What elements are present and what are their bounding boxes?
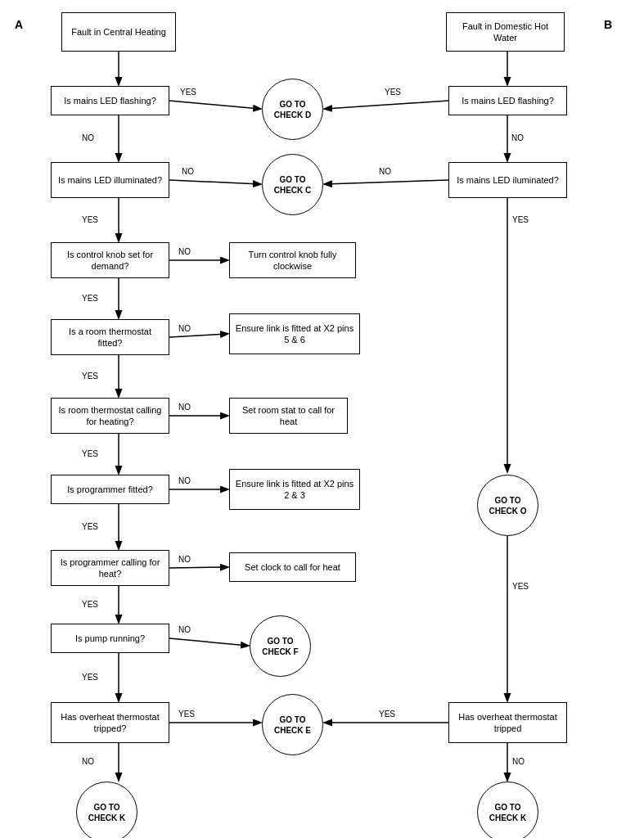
svg-text:NO: NO bbox=[82, 133, 94, 142]
svg-text:NO: NO bbox=[182, 167, 194, 176]
svg-text:YES: YES bbox=[82, 522, 98, 531]
svg-line-34 bbox=[169, 567, 227, 568]
svg-text:YES: YES bbox=[385, 88, 401, 97]
svg-text:NO: NO bbox=[82, 757, 94, 766]
turn-clockwise-box: Turn control knob fully clockwise bbox=[229, 242, 356, 278]
check-e-circle: GO TO CHECK E bbox=[262, 694, 323, 755]
svg-text:YES: YES bbox=[379, 710, 395, 719]
svg-text:NO: NO bbox=[178, 476, 191, 485]
svg-text:YES: YES bbox=[512, 582, 529, 591]
svg-text:YES: YES bbox=[512, 215, 529, 224]
check-d-circle: GO TO CHECK D bbox=[262, 79, 323, 140]
svg-text:NO: NO bbox=[178, 324, 191, 333]
flowchart-diagram: A B Fault in Central Heating Fault in Do… bbox=[0, 0, 644, 838]
svg-text:YES: YES bbox=[180, 88, 196, 97]
overheat-b-box: Has overheat thermostat tripped bbox=[448, 702, 567, 743]
svg-text:YES: YES bbox=[82, 449, 98, 458]
ensure-link-56-box: Ensure link is fitted at X2 pins 5 & 6 bbox=[229, 313, 360, 354]
svg-text:YES: YES bbox=[82, 600, 98, 609]
mains-flashing-b-box: Is mains LED flashing? bbox=[448, 86, 567, 115]
svg-text:NO: NO bbox=[379, 167, 391, 176]
control-knob-box: Is control knob set for demand? bbox=[51, 242, 169, 278]
ensure-link-23-box: Ensure link is fitted at X2 pins 2 & 3 bbox=[229, 469, 360, 510]
svg-text:NO: NO bbox=[178, 625, 191, 634]
svg-text:NO: NO bbox=[178, 403, 191, 412]
set-room-stat-box: Set room stat to call for heat bbox=[229, 398, 348, 434]
check-k-b-circle: GO TO CHECK K bbox=[477, 782, 538, 838]
svg-text:NO: NO bbox=[178, 247, 191, 256]
room-thermostat-calling-box: Is room thermostat calling for heating? bbox=[51, 398, 169, 434]
svg-text:YES: YES bbox=[82, 215, 98, 224]
section-label-a: A bbox=[15, 18, 23, 31]
svg-line-2 bbox=[169, 101, 260, 109]
svg-line-10 bbox=[169, 180, 260, 184]
mains-flashing-a-box: Is mains LED flashing? bbox=[51, 86, 169, 115]
check-f-circle: GO TO CHECK F bbox=[250, 615, 311, 677]
pump-running-box: Is pump running? bbox=[51, 624, 169, 653]
svg-text:YES: YES bbox=[82, 372, 98, 381]
section-label-b: B bbox=[604, 18, 612, 31]
svg-text:NO: NO bbox=[512, 757, 525, 766]
fault-ch-box: Fault in Central Heating bbox=[61, 12, 176, 52]
programmer-calling-box: Is programmer calling for heat? bbox=[51, 550, 169, 586]
mains-illum-a-box: Is mains LED illuminated? bbox=[51, 162, 169, 198]
programmer-fitted-box: Is programmer fitted? bbox=[51, 475, 169, 504]
room-thermostat-box: Is a room thermostat fitted? bbox=[51, 319, 169, 355]
set-clock-box: Set clock to call for heat bbox=[229, 552, 356, 582]
overheat-a-box: Has overheat thermostat tripped? bbox=[51, 702, 169, 743]
svg-text:YES: YES bbox=[82, 673, 98, 682]
fault-dhw-box: Fault in Domestic Hot Water bbox=[446, 12, 565, 52]
check-k-a-circle: GO TO CHECK K bbox=[76, 782, 137, 838]
svg-text:NO: NO bbox=[511, 133, 524, 142]
svg-text:NO: NO bbox=[178, 555, 191, 564]
svg-line-12 bbox=[325, 180, 448, 184]
svg-line-22 bbox=[169, 334, 227, 337]
svg-line-38 bbox=[169, 638, 248, 646]
mains-illum-b-box: Is mains LED iluminated? bbox=[448, 162, 567, 198]
check-c-circle: GO TO CHECK C bbox=[262, 154, 323, 215]
check-o-circle: GO TO CHECK O bbox=[477, 475, 538, 536]
svg-text:YES: YES bbox=[178, 710, 195, 719]
svg-line-4 bbox=[325, 101, 448, 109]
svg-text:YES: YES bbox=[82, 294, 98, 303]
